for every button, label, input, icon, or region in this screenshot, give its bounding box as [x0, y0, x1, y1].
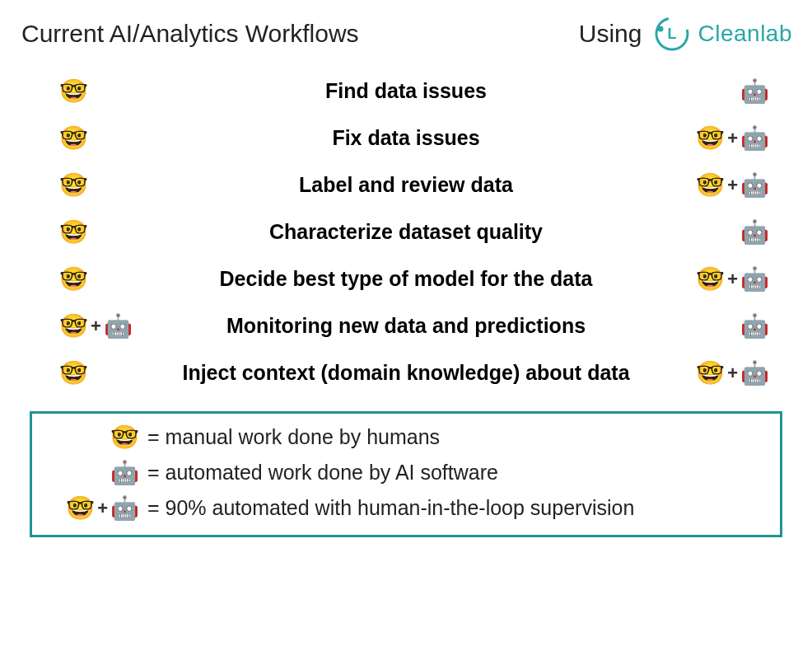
- legend-row-robot: 🤖 = automated work done by AI software: [49, 461, 763, 485]
- workflow-row: 🤓 Fix data issues 🤓+🤖: [26, 126, 786, 150]
- combo-icon: 🤓+🤖: [49, 497, 139, 520]
- row-right: 🤓+🤖: [670, 174, 786, 197]
- row-label: Characterize dataset quality: [142, 220, 670, 244]
- human-icon: 🤓: [59, 362, 88, 385]
- workflow-row: 🤓 Find data issues 🤖: [26, 79, 786, 103]
- legend-row-human: 🤓 = manual work done by humans: [49, 425, 763, 449]
- workflow-row: 🤓+🤖 Monitoring new data and predictions …: [26, 314, 786, 338]
- header-left-title: Current AI/Analytics Workflows: [21, 20, 359, 48]
- row-label: Label and review data: [142, 173, 670, 197]
- row-label: Decide best type of model for the data: [142, 267, 670, 291]
- header-using: Using: [579, 20, 642, 48]
- svg-text:L: L: [668, 26, 677, 42]
- robot-icon: 🤖: [49, 461, 139, 485]
- human-icon: 🤓: [59, 268, 88, 291]
- legend-box: 🤓 = manual work done by humans 🤖 = autom…: [30, 411, 782, 537]
- legend-text: = automated work done by AI software: [147, 461, 498, 485]
- workflow-row: 🤓 Decide best type of model for the data…: [26, 267, 786, 291]
- row-label: Inject context (domain knowledge) about …: [142, 361, 670, 385]
- workflow-row: 🤓 Label and review data 🤓+🤖: [26, 173, 786, 197]
- row-right: 🤖: [670, 315, 786, 338]
- combo-icon: 🤓+🤖: [696, 362, 769, 385]
- svg-point-1: [658, 26, 664, 32]
- row-left: 🤓: [26, 362, 142, 385]
- human-icon: 🤓: [59, 127, 88, 150]
- legend-row-combo: 🤓+🤖 = 90% automated with human-in-the-lo…: [49, 496, 763, 520]
- row-label: Fix data issues: [142, 126, 670, 150]
- header-right-wrap: Using L Cleanlab: [579, 13, 792, 54]
- workflow-rows: 🤓 Find data issues 🤖 🤓 Fix data issues 🤓…: [20, 79, 792, 385]
- row-left: 🤓: [26, 268, 142, 291]
- human-icon: 🤓: [49, 426, 139, 449]
- combo-icon: 🤓+🤖: [696, 268, 769, 291]
- workflow-row: 🤓 Inject context (domain knowledge) abou…: [26, 361, 786, 385]
- row-right: 🤓+🤖: [670, 268, 786, 291]
- robot-icon: 🤖: [740, 80, 769, 103]
- header-row: Current AI/Analytics Workflows Using L C…: [20, 13, 792, 54]
- row-left: 🤓: [26, 127, 142, 150]
- workflow-row: 🤓 Characterize dataset quality 🤖: [26, 220, 786, 244]
- row-left: 🤓: [26, 174, 142, 197]
- row-right: 🤖: [670, 221, 786, 244]
- robot-icon: 🤖: [740, 221, 769, 244]
- human-icon: 🤓: [59, 174, 88, 197]
- row-right: 🤓+🤖: [670, 127, 786, 150]
- cleanlab-logo: L Cleanlab: [651, 13, 792, 54]
- row-label: Monitoring new data and predictions: [142, 314, 670, 338]
- human-icon: 🤓: [59, 221, 88, 244]
- cleanlab-logo-icon: L: [651, 13, 693, 54]
- robot-icon: 🤖: [740, 315, 769, 338]
- human-icon: 🤓: [59, 80, 88, 103]
- combo-icon: 🤓+🤖: [59, 315, 133, 338]
- row-left: 🤓: [26, 80, 142, 103]
- combo-icon: 🤓+🤖: [696, 174, 769, 197]
- legend-text: = manual work done by humans: [147, 425, 440, 449]
- row-right: 🤖: [670, 80, 786, 103]
- combo-icon: 🤓+🤖: [696, 127, 769, 150]
- row-left: 🤓+🤖: [26, 315, 142, 338]
- row-label: Find data issues: [142, 79, 670, 103]
- cleanlab-logo-text: Cleanlab: [698, 21, 792, 47]
- row-right: 🤓+🤖: [670, 362, 786, 385]
- row-left: 🤓: [26, 221, 142, 244]
- legend-text: = 90% automated with human-in-the-loop s…: [147, 496, 634, 520]
